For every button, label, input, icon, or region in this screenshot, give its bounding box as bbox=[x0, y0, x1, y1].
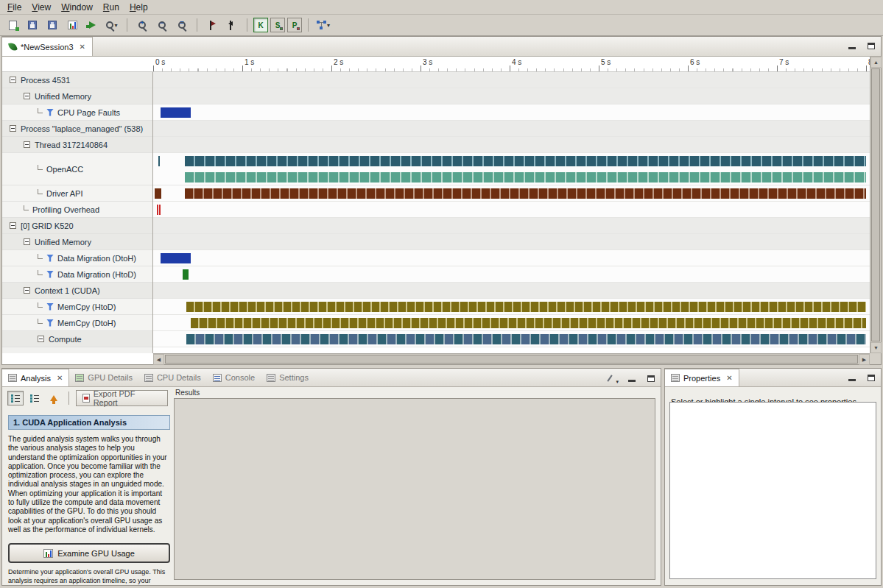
export-button[interactable] bbox=[83, 17, 101, 33]
timeline-track-openacc bbox=[153, 153, 870, 185]
menu-run[interactable]: Run bbox=[99, 1, 125, 14]
toggle-process-button[interactable]: P bbox=[287, 18, 302, 32]
toggle-stream-button[interactable]: S bbox=[270, 18, 285, 32]
timeline-interval[interactable] bbox=[186, 334, 866, 344]
tab-properties[interactable]: Properties ✕ bbox=[665, 369, 739, 386]
tab-label: Console bbox=[225, 373, 255, 382]
timeline-interval[interactable] bbox=[161, 107, 191, 118]
row-label-memcpy-dtoh: MemCpy (DtoH) bbox=[2, 315, 152, 331]
zoom-out-button[interactable]: − bbox=[153, 17, 171, 33]
editor-tab-bar: *NewSession3 ✕ bbox=[2, 37, 881, 57]
close-icon[interactable]: ✕ bbox=[80, 43, 85, 51]
row-label-process-laplace-managed-538[interactable]: Process "laplace_managed" (538) bbox=[2, 121, 152, 137]
save-all-button[interactable] bbox=[43, 17, 61, 33]
next-marker-button[interactable] bbox=[223, 17, 241, 33]
results-box bbox=[174, 398, 655, 580]
examine-gpu-usage-button[interactable]: Examine GPU Usage bbox=[8, 543, 170, 563]
close-icon[interactable]: ✕ bbox=[726, 374, 732, 382]
properties-tab-icon bbox=[671, 374, 680, 382]
toolbar-separator bbox=[247, 18, 247, 32]
timeline-interval[interactable] bbox=[185, 188, 866, 199]
minimize-icon[interactable] bbox=[628, 380, 636, 382]
timeline-interval[interactable] bbox=[186, 302, 866, 312]
timeline-track-cpu-page-faults bbox=[153, 105, 870, 121]
row-label-0-grid-k520[interactable]: [0] GRID K520 bbox=[2, 218, 152, 234]
minimize-icon[interactable] bbox=[848, 47, 856, 49]
close-icon[interactable]: ✕ bbox=[57, 374, 63, 382]
minimize-icon[interactable] bbox=[848, 379, 856, 381]
collapse-toggle-icon[interactable] bbox=[10, 125, 16, 132]
menu-window[interactable]: Window bbox=[57, 1, 99, 14]
collapse-toggle-icon[interactable] bbox=[10, 222, 16, 229]
session-tab[interactable]: *NewSession3 ✕ bbox=[2, 37, 93, 56]
horizontal-scroll-thumb[interactable] bbox=[165, 355, 858, 364]
menu-view[interactable]: View bbox=[27, 1, 57, 14]
timeline-interval[interactable] bbox=[159, 205, 161, 215]
vertical-scrollbar[interactable]: ▲ ▼ bbox=[870, 57, 881, 353]
collapse-toggle-icon[interactable] bbox=[24, 93, 30, 99]
menu-help[interactable]: Help bbox=[125, 1, 154, 14]
menu-file[interactable]: File bbox=[3, 1, 27, 14]
row-label-compute[interactable]: Compute bbox=[2, 331, 152, 347]
tab-settings[interactable]: Settings bbox=[261, 369, 314, 386]
scroll-left-icon[interactable]: ◀ bbox=[153, 354, 164, 365]
find-button[interactable]: ▾ bbox=[103, 17, 121, 33]
row-label-process-4531[interactable]: Process 4531 bbox=[2, 72, 152, 88]
zoom-fit-button[interactable]: = bbox=[173, 17, 191, 33]
filter-icon[interactable] bbox=[46, 255, 54, 262]
row-label-memcpy-htod: MemCpy (HtoD) bbox=[2, 299, 152, 315]
ruler-label: 1 s bbox=[245, 58, 254, 66]
export-pdf-button[interactable]: Export PDF Report bbox=[76, 390, 168, 406]
timeline-interval[interactable] bbox=[157, 205, 158, 215]
maximize-icon[interactable] bbox=[647, 375, 655, 382]
tab-cpu-details[interactable]: CPU Details bbox=[138, 369, 207, 386]
prev-marker-button[interactable] bbox=[203, 17, 221, 33]
new-session-button[interactable] bbox=[4, 17, 21, 33]
view-menu-icon[interactable] bbox=[608, 374, 616, 383]
timeline-interval[interactable] bbox=[158, 156, 160, 166]
timeline-ruler: 0 s1 s2 s3 s4 s5 s6 s7 s8 bbox=[153, 57, 870, 72]
tab-gpu-details[interactable]: GPU Details bbox=[69, 369, 138, 386]
filter-icon[interactable] bbox=[46, 319, 54, 327]
analysis-tab-icon bbox=[8, 374, 17, 382]
save-session-button[interactable] bbox=[24, 17, 41, 33]
collapse-toggle-icon[interactable] bbox=[24, 287, 30, 294]
collapse-toggle-icon[interactable] bbox=[10, 77, 16, 83]
row-label-thread-3172140864[interactable]: Thread 3172140864 bbox=[2, 137, 152, 153]
timeline-interval[interactable] bbox=[185, 172, 866, 183]
results-area: Results bbox=[174, 389, 655, 580]
timeline-interval[interactable] bbox=[191, 318, 866, 328]
zoom-in-button[interactable]: + bbox=[133, 17, 151, 33]
scroll-right-icon[interactable]: ▶ bbox=[859, 354, 870, 365]
maximize-icon[interactable] bbox=[868, 43, 875, 49]
row-label-unified-memory[interactable]: Unified Memory bbox=[2, 88, 152, 105]
timeline-interval[interactable] bbox=[155, 188, 162, 199]
tab-console[interactable]: Console bbox=[207, 369, 261, 386]
tab-analysis[interactable]: Analysis ✕ bbox=[2, 369, 69, 386]
scroll-up-icon[interactable]: ▲ bbox=[870, 57, 882, 68]
collapse-toggle-icon[interactable] bbox=[24, 238, 30, 245]
bottom-panels: Analysis ✕ GPU Details CPU Details Conso… bbox=[0, 366, 883, 588]
timeline-interval[interactable] bbox=[185, 156, 866, 166]
timeline-interval[interactable] bbox=[183, 269, 189, 280]
unguided-analysis-button[interactable] bbox=[27, 391, 43, 405]
horizontal-scrollbar[interactable]: ◀ ▶ bbox=[153, 353, 870, 364]
collapse-toggle-icon[interactable] bbox=[38, 336, 44, 342]
vertical-scroll-thumb[interactable] bbox=[871, 68, 880, 341]
filter-icon[interactable] bbox=[46, 303, 54, 311]
timeline-interval[interactable] bbox=[161, 253, 191, 263]
guided-analysis-button[interactable] bbox=[7, 391, 24, 405]
maximize-icon[interactable] bbox=[868, 375, 875, 381]
scroll-down-icon[interactable]: ▼ bbox=[870, 342, 882, 353]
row-label-unified-memory[interactable]: Unified Memory bbox=[2, 234, 152, 250]
tree-elbow-icon bbox=[38, 254, 43, 259]
collapse-toggle-icon[interactable] bbox=[24, 141, 30, 148]
filter-icon[interactable] bbox=[46, 109, 54, 116]
filter-icon[interactable] bbox=[46, 271, 54, 278]
back-button[interactable] bbox=[46, 391, 62, 405]
ruler-label: 7 s bbox=[779, 58, 789, 66]
run-analysis-button[interactable]: ▾ bbox=[314, 17, 332, 33]
toggle-kernel-button[interactable]: K bbox=[253, 18, 268, 32]
show-timeline-button[interactable] bbox=[63, 17, 81, 33]
row-label-context-1-cuda[interactable]: Context 1 (CUDA) bbox=[2, 283, 152, 299]
